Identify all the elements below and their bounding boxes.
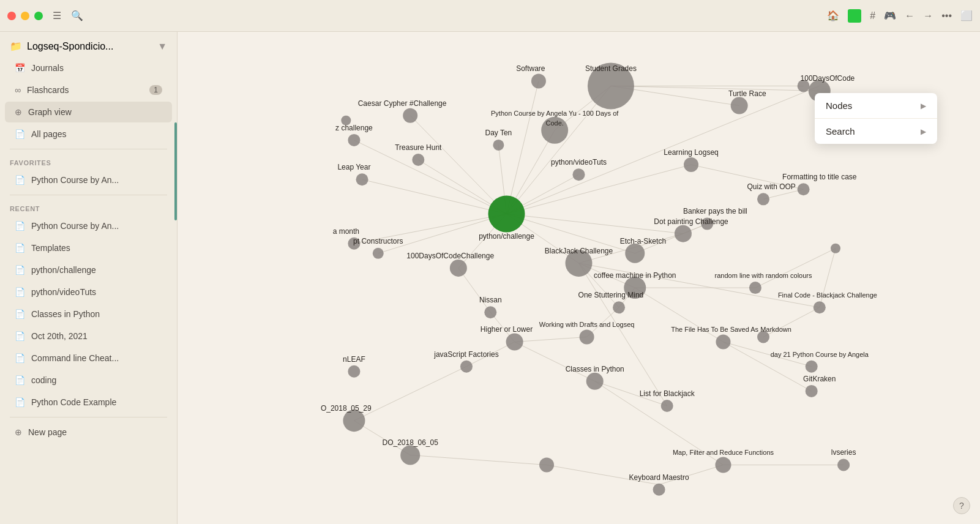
sidebar-item-new-page[interactable]: ⊕ New page — [5, 422, 172, 443]
back-icon[interactable]: ← — [905, 10, 915, 21]
forward-icon[interactable]: → — [923, 10, 933, 21]
svg-point-78 — [814, 301, 826, 313]
home-icon[interactable]: 🏠 — [827, 10, 839, 21]
close-button[interactable] — [7, 12, 16, 20]
sidebar-item-label: Graph view — [28, 107, 72, 117]
sidebar-item-graph-view[interactable]: ⊕ Graph view — [5, 102, 172, 122]
svg-point-56 — [403, 108, 417, 123]
sidebar-item-label: python/videoTuts — [31, 287, 96, 297]
sidebar: 📁 Logseq-Spondicio... ▼ 📅 Journals ∞ Fla… — [0, 32, 178, 524]
svg-point-79 — [484, 306, 496, 318]
sidebar-item-rec-python-videotuts[interactable]: 📄 python/videoTuts — [5, 282, 172, 302]
page-icon: 📄 — [15, 243, 25, 253]
plus-icon: ⊕ — [15, 427, 22, 437]
label-software: Software — [516, 64, 545, 73]
svg-point-74 — [450, 260, 467, 277]
help-label: ? — [959, 501, 964, 511]
tag-icon[interactable]: # — [870, 10, 875, 21]
svg-point-96 — [831, 244, 840, 253]
label-caesar: Caesar Cypher #Challenge — [358, 99, 447, 108]
label-higher-lower: Higher or Lower — [481, 325, 533, 334]
context-menu-nodes[interactable]: Nodes ▶ — [815, 93, 937, 119]
page-icon: 📄 — [15, 353, 25, 363]
minimize-button[interactable] — [21, 12, 29, 20]
label-turtle-race: Turtle Race — [728, 89, 766, 98]
svg-point-82 — [716, 335, 730, 350]
svg-point-89 — [661, 400, 673, 412]
svg-point-84 — [460, 361, 473, 373]
svg-line-51 — [755, 249, 836, 288]
sidebar-item-journals[interactable]: 📅 Journals — [5, 58, 172, 78]
divider-1 — [10, 149, 167, 149]
svg-line-24 — [579, 263, 820, 307]
flashcards-badge: 1 — [149, 85, 162, 95]
label-blackjack: BlackJack Challenge — [545, 247, 613, 255]
label-day-ten: Day Ten — [485, 129, 512, 137]
sidebar-item-fav-python-course[interactable]: 📄 Python Course by An... — [5, 170, 172, 190]
titlebar-right: 🏠 # 🎮 ← → ••• ⬜ — [827, 9, 973, 23]
sidebar-item-label: Templates — [31, 243, 70, 253]
svg-line-29 — [515, 342, 595, 381]
sidebar-item-rec-coding[interactable]: 📄 coding — [5, 370, 172, 391]
svg-point-91 — [400, 445, 420, 465]
page-icon: 📄 — [15, 397, 25, 407]
svg-point-58 — [684, 157, 698, 172]
sidebar-item-rec-pycode[interactable]: 📄 Python Code Example — [5, 392, 172, 413]
label-learning-logseq: Learning Logseq — [664, 148, 718, 157]
label-100days: 100DaysOfCode — [801, 74, 855, 83]
svg-point-63 — [757, 193, 769, 205]
svg-point-59 — [493, 140, 504, 151]
search-icon[interactable]: 🔍 — [71, 10, 83, 21]
divider-2 — [10, 195, 167, 195]
sidebar-item-label: Python Course by An... — [31, 175, 119, 185]
label-python-videotuts: python/videoTuts — [551, 158, 607, 167]
label-coffee-machine: coffee machine in Python — [594, 271, 676, 280]
sidebar-item-flashcards[interactable]: ∞ Flashcards 1 — [5, 80, 172, 100]
label-map-filter: Map, Filter and Reduce Functions — [673, 449, 774, 456]
sidebar-item-rec-templates[interactable]: 📄 Templates — [5, 238, 172, 258]
graph-view-icon: ⊕ — [15, 107, 22, 117]
svg-point-55 — [731, 97, 748, 114]
label-a-month: a month — [333, 227, 359, 236]
sidebar-right-icon[interactable]: ⬜ — [960, 10, 973, 21]
label-lvseries: lvseries — [831, 448, 856, 457]
svg-point-66 — [348, 134, 360, 146]
sidebar-item-all-pages[interactable]: 📄 All pages — [5, 124, 172, 144]
fullscreen-button[interactable] — [34, 12, 43, 20]
sidebar-item-rec-oct20[interactable]: 📄 Oct 20th, 2021 — [5, 326, 172, 346]
main-layout: 📁 Logseq-Spondicio... ▼ 📅 Journals ∞ Fla… — [0, 32, 980, 524]
label-treasure-hunt: Treasure Hunt — [395, 143, 442, 152]
sidebar-item-rec-python-course[interactable]: 📄 Python Course by An... — [5, 215, 172, 236]
plugin-icon[interactable]: 🎮 — [884, 10, 896, 21]
sidebar-item-label: Oct 20th, 2021 — [31, 331, 88, 341]
favorites-label: FAVORITES — [0, 153, 177, 169]
sidebar-item-rec-python-challenge[interactable]: 📄 python/challenge — [5, 260, 172, 280]
sidebar-item-rec-cmdline[interactable]: 📄 Command line Cheat... — [5, 348, 172, 369]
page-icon: 📄 — [15, 175, 25, 185]
more-icon[interactable]: ••• — [941, 10, 952, 21]
svg-point-64 — [356, 173, 368, 185]
sidebar-scroll-indicator[interactable] — [174, 122, 177, 220]
divider-3 — [10, 417, 167, 417]
label-file-markdown: The File Has To Be Saved As Markdown — [671, 326, 791, 333]
svg-point-60 — [488, 195, 525, 232]
workspace-header[interactable]: 📁 Logseq-Spondicio... ▼ — [0, 32, 177, 57]
svg-line-4 — [507, 165, 692, 214]
green-status-indicator[interactable] — [848, 9, 861, 23]
label-working-drafts: Working with Drafts and Logseq — [539, 321, 635, 328]
page-icon: 📄 — [15, 265, 25, 275]
sidebar-toggle-icon[interactable]: ☰ — [53, 10, 61, 21]
content-area: Student Grades Software 100DaysOfCode Tu… — [178, 32, 980, 524]
label-gitkraken: GitKraken — [803, 375, 836, 383]
svg-point-70 — [625, 244, 645, 263]
svg-line-30 — [515, 337, 587, 342]
sidebar-item-rec-classes-python[interactable]: 📄 Classes in Python — [5, 304, 172, 324]
help-button[interactable]: ? — [953, 497, 970, 514]
label-classes-python: Classes in Python — [566, 365, 624, 373]
svg-line-37 — [723, 342, 811, 391]
context-menu-search[interactable]: Search ▶ — [815, 119, 937, 144]
all-pages-icon: 📄 — [15, 129, 25, 139]
titlebar-icons: ☰ 🔍 — [53, 10, 827, 21]
svg-point-95 — [653, 484, 665, 496]
label-dot-painting: Dot painting Challenge — [654, 217, 728, 226]
